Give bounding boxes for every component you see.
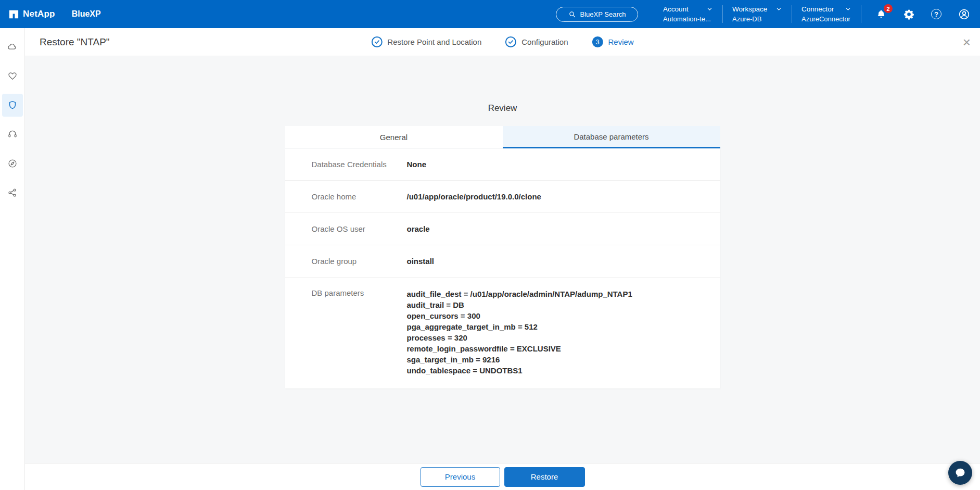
- table-row: DB parameters audit_file_dest = /u01/app…: [285, 278, 720, 388]
- divider: [861, 5, 861, 23]
- table-row: Oracle group oinstall: [285, 245, 720, 278]
- row-value: None: [407, 159, 427, 170]
- heart-icon: [7, 71, 18, 81]
- product-name: BlueXP: [72, 9, 101, 19]
- settings-button[interactable]: [901, 6, 917, 22]
- workspace-value: Azure-DB: [732, 15, 782, 23]
- step-configuration[interactable]: Configuration: [505, 36, 568, 47]
- previous-button[interactable]: Previous: [421, 467, 500, 487]
- wizard-header: Restore "NTAP" Restore Point and Locatio…: [25, 28, 980, 56]
- sidebar-item-canvas[interactable]: [2, 35, 23, 58]
- workspace-menu[interactable]: Workspace Azure-DB: [723, 5, 792, 23]
- account-value: Automation-te...: [663, 15, 713, 23]
- tab-general[interactable]: General: [285, 126, 503, 148]
- row-value: oinstall: [407, 256, 435, 267]
- wizard-footer: Previous Restore: [25, 463, 980, 490]
- notification-badge: 2: [884, 4, 893, 13]
- help-button[interactable]: ?: [928, 6, 944, 22]
- row-label: Oracle home: [312, 192, 407, 201]
- wizard-stepper: Restore Point and Location Configuration…: [371, 36, 633, 47]
- search-icon: [568, 10, 576, 18]
- help-icon: ?: [931, 9, 941, 19]
- account-label: Account: [663, 5, 689, 13]
- row-label: Oracle OS user: [312, 224, 407, 233]
- chevron-down-icon: [845, 6, 851, 12]
- cloud-icon: [7, 42, 18, 52]
- row-value: /u01/app/oracle/product/19.0.0/clone: [407, 191, 541, 202]
- sidebar-item-extensions[interactable]: [2, 152, 23, 175]
- check-icon: [505, 36, 516, 47]
- compass-icon: [7, 158, 18, 169]
- step-label: Review: [608, 37, 634, 46]
- tab-database-parameters[interactable]: Database parameters: [503, 126, 720, 148]
- left-sidebar: [0, 28, 25, 490]
- headset-icon: [7, 129, 18, 140]
- workspace-label: Workspace: [732, 5, 767, 13]
- step-restore-point-and-location[interactable]: Restore Point and Location: [371, 36, 481, 47]
- step-number: 3: [592, 36, 603, 47]
- table-row: Database Credentials None: [285, 148, 720, 181]
- table-row: Oracle OS user oracle: [285, 213, 720, 245]
- step-label: Restore Point and Location: [387, 37, 481, 46]
- sidebar-item-health[interactable]: [2, 65, 23, 87]
- connector-label: Connector: [801, 5, 834, 13]
- step-label: Configuration: [521, 37, 568, 46]
- profile-button[interactable]: [956, 6, 972, 22]
- row-value: audit_file_dest = /u01/app/oracle/admin/…: [407, 288, 632, 376]
- gear-icon: [903, 9, 914, 20]
- connector-menu[interactable]: Connector AzureConnector: [792, 5, 861, 23]
- chevron-down-icon: [775, 6, 782, 12]
- review-panel: General Database parameters Database Cre…: [285, 126, 720, 388]
- header-actions: BlueXP Search Account Automation-te... W…: [556, 5, 972, 23]
- network-nodes-icon: [7, 187, 18, 198]
- notifications-button[interactable]: 2: [873, 6, 889, 22]
- chat-bubble-icon: [954, 467, 966, 479]
- brand-name: NetApp: [23, 9, 55, 19]
- sidebar-item-protection[interactable]: [2, 94, 23, 117]
- review-table: Database Credentials None Oracle home /u…: [285, 148, 720, 388]
- shield-icon: [7, 100, 18, 110]
- close-button[interactable]: ×: [963, 35, 971, 49]
- connector-value: AzureConnector: [801, 15, 851, 23]
- row-label: DB parameters: [312, 288, 407, 297]
- row-label: Oracle group: [312, 257, 407, 266]
- restore-button[interactable]: Restore: [504, 467, 585, 487]
- user-icon: [958, 8, 970, 20]
- account-menu[interactable]: Account Automation-te...: [654, 5, 722, 23]
- page-title: Review: [25, 103, 980, 114]
- netapp-logo-icon: [8, 9, 19, 20]
- review-tabs: General Database parameters: [285, 126, 720, 148]
- bluexp-search[interactable]: BlueXP Search: [556, 7, 638, 22]
- check-icon: [371, 36, 382, 47]
- search-label: BlueXP Search: [580, 10, 626, 18]
- step-review[interactable]: 3 Review: [592, 36, 634, 47]
- row-value: oracle: [407, 223, 430, 234]
- main-content: Review General Database parameters Datab…: [25, 56, 980, 463]
- brand: NetApp BlueXP: [8, 9, 101, 20]
- sidebar-item-support[interactable]: [2, 123, 23, 146]
- wizard-title: Restore "NTAP": [40, 36, 110, 48]
- top-header: NetApp BlueXP BlueXP Search Account Auto…: [0, 0, 980, 28]
- table-row: Oracle home /u01/app/oracle/product/19.0…: [285, 181, 720, 213]
- sidebar-item-governance[interactable]: [2, 181, 23, 204]
- row-label: Database Credentials: [312, 160, 407, 169]
- chevron-down-icon: [706, 6, 713, 12]
- chat-launcher[interactable]: [948, 461, 972, 485]
